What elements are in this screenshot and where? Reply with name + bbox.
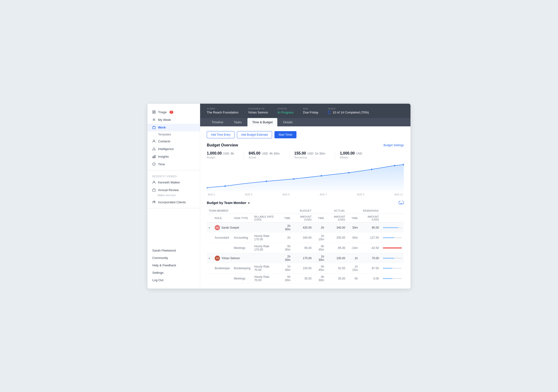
- detail-task-type-0-0: Accounting: [232, 233, 252, 243]
- member-actual-amount-0: 340.00: [326, 222, 347, 233]
- chart-point-2: [225, 185, 226, 187]
- client-label: CLIENT: [207, 108, 238, 110]
- sidebar-community[interactable]: Community: [148, 254, 200, 262]
- detail-billable-rate-1-0: Hourly Rate 70.00: [252, 263, 280, 273]
- triage-label: Triage: [158, 110, 167, 114]
- chart-svg: [207, 163, 404, 191]
- header-bar: CLIENT The Reach Foundation ASSIGNED TO …: [200, 104, 410, 118]
- svg-rect-12: [155, 155, 155, 158]
- clock-icon: [152, 162, 156, 166]
- col-actual-amount: AMOUNT (USD): [326, 213, 347, 222]
- collapse-icon-0[interactable]: ▾: [209, 226, 210, 229]
- sidebar-recent-incorporated[interactable]: Incorporated Clients: [148, 198, 200, 206]
- my-week-label: My Week: [158, 118, 171, 122]
- svg-rect-11: [154, 156, 154, 158]
- sidebar-divider: [148, 170, 200, 170]
- sidebar-item-intelligence[interactable]: Intelligence: [148, 145, 200, 153]
- detail-remaining-time-0-0: 45m: [347, 233, 360, 243]
- member-budget-time-1: 2h 30m: [280, 253, 292, 263]
- sidebar-sarah[interactable]: Sarah Fleetwood: [148, 247, 200, 254]
- sidebar-item-work[interactable]: Work: [148, 124, 200, 131]
- member-budget-time-0: 2h 30m: [280, 222, 292, 233]
- sidebar-item-contacts[interactable]: Contacts: [148, 138, 200, 145]
- detail-actual-time-0-0: 1h 15m: [314, 233, 326, 243]
- sidebar-recent-annual[interactable]: Annual Review Walker and Sons: [148, 186, 200, 198]
- collapse-cell-0[interactable]: ▾: [207, 222, 213, 233]
- triage-badge: 7: [169, 111, 173, 114]
- tab-details[interactable]: Details: [278, 118, 297, 126]
- settings-label: Settings: [152, 271, 164, 274]
- detail-role-1-1: [213, 273, 232, 283]
- sidebar-logout[interactable]: Log Out: [148, 276, 200, 284]
- budget-currency: USD: [223, 152, 229, 155]
- tab-tasks[interactable]: Tasks: [229, 118, 246, 126]
- recently-viewed-label: Recently Viewed: [148, 172, 200, 179]
- tab-time-budget[interactable]: Time & Budget: [247, 118, 278, 126]
- sidebar-item-my-week[interactable]: My Week: [148, 116, 200, 124]
- chart-point-6: [348, 172, 349, 173]
- person-recent-icon: [152, 181, 156, 184]
- member-name-cell-1: YS Yohan Seimon: [213, 253, 280, 263]
- bar-chart-icon: [152, 155, 156, 159]
- table-body: ▾ SG Sarah Goepel 2h 30m 425.00 2h 340.0…: [207, 222, 404, 283]
- detail-progress-fill-0-1: [383, 247, 402, 248]
- svg-marker-9: [153, 148, 155, 150]
- logout-label: Log Out: [152, 278, 163, 282]
- sidebar-item-triage[interactable]: Triage 7: [148, 109, 200, 116]
- detail-remaining-time-1-0: 1h 15m: [347, 263, 360, 273]
- sidebar-recent-kenneth[interactable]: Kenneth Walker: [148, 179, 200, 186]
- budget-stat-remaining: 155.00 USD 1h 30m Remaining: [294, 151, 335, 159]
- detail-budget-amount-1-1: 35.00: [292, 273, 314, 283]
- member-name-1: Yohan Seimon: [221, 256, 240, 260]
- budget-team-title[interactable]: Budget by Team Member ▾: [207, 201, 250, 205]
- grid-icon: [152, 110, 156, 114]
- assigned-label: ASSIGNED TO: [248, 108, 268, 110]
- budget-overview-header: Budget Overview Budget Settings: [207, 143, 404, 147]
- detail-budget-amount-1-0: 105.00: [292, 263, 314, 273]
- chart-label-aug5: AUG 5: [282, 193, 289, 196]
- detail-remaining-amount-1-1: 0.00: [360, 273, 381, 283]
- collapse-icon-1[interactable]: ▾: [209, 257, 210, 260]
- detail-budget-time-1-0: 1h 30m: [280, 263, 292, 273]
- assigned-value: Yohan Seimon: [248, 111, 268, 114]
- content-area: Add Time Entry Add Budget Estimate Start…: [200, 126, 410, 289]
- sidebar-item-time[interactable]: Time: [148, 161, 200, 168]
- sidebar-sub-templates[interactable]: Templates: [148, 131, 200, 138]
- col-role: ROLE: [213, 213, 232, 222]
- table-row-member-1: ▾ YS Yohan Seimon 2h 30m 175.00 1h 30m 1…: [207, 253, 404, 263]
- sidebar-settings[interactable]: Settings: [148, 269, 200, 276]
- col-budget-group: BUDGET: [280, 208, 314, 214]
- budget-settings-link[interactable]: Budget Settings: [384, 144, 404, 147]
- briefcase-recent-icon: [152, 188, 156, 192]
- status-label: STATUS: [278, 108, 293, 110]
- incorporated-clients-label: Incorporated Clients: [158, 200, 186, 204]
- detail-role-0-1: [213, 243, 232, 253]
- remaining-currency: USD: [307, 152, 314, 155]
- detail-progress-cell-0-1: [381, 243, 404, 253]
- member-progress-fill-0: [383, 227, 398, 228]
- detail-budget-time-0-1: 0h 30m: [280, 243, 292, 253]
- annual-review-sub: Walker and Sons: [152, 194, 176, 196]
- sidebar-divider-2: [148, 208, 200, 208]
- tasks-value: 10 of 14 Completed (70%): [328, 111, 369, 114]
- sidebar-item-insights[interactable]: Insights: [148, 153, 200, 161]
- stat-divider-1: [244, 151, 244, 159]
- detail-task-type-1-0: Bookkeeping: [232, 263, 252, 273]
- add-time-entry-button[interactable]: Add Time Entry: [207, 131, 235, 138]
- tab-timeline[interactable]: Timeline: [207, 118, 228, 126]
- detail-billable-rate-0-0: Hourly Rate 170.00: [252, 233, 280, 243]
- sidebar-bottom: Sarah Fleetwood Community Help & Feedbac…: [148, 244, 200, 284]
- collapse-cell-1[interactable]: ▾: [207, 253, 213, 263]
- svg-rect-0: [153, 111, 154, 112]
- due-value: Due Friday: [303, 111, 318, 114]
- detail-progress-track-0-1: [383, 247, 402, 248]
- add-budget-estimate-button[interactable]: Add Budget Estimate: [237, 131, 272, 138]
- col-task-type: TASK TYPE: [232, 213, 252, 222]
- start-timer-button[interactable]: Start Timer: [274, 131, 297, 138]
- svg-rect-3: [154, 112, 155, 113]
- briefcase-icon: [152, 126, 156, 129]
- sidebar-help[interactable]: Help & Feedback: [148, 262, 200, 269]
- chart-labels: AUG 1 AUG 3 AUG 5 AUG 7 AUG 9 AUG 11: [207, 193, 404, 196]
- download-cloud-icon[interactable]: [399, 201, 404, 205]
- detail-remaining-time-1-1: 0h: [347, 273, 360, 283]
